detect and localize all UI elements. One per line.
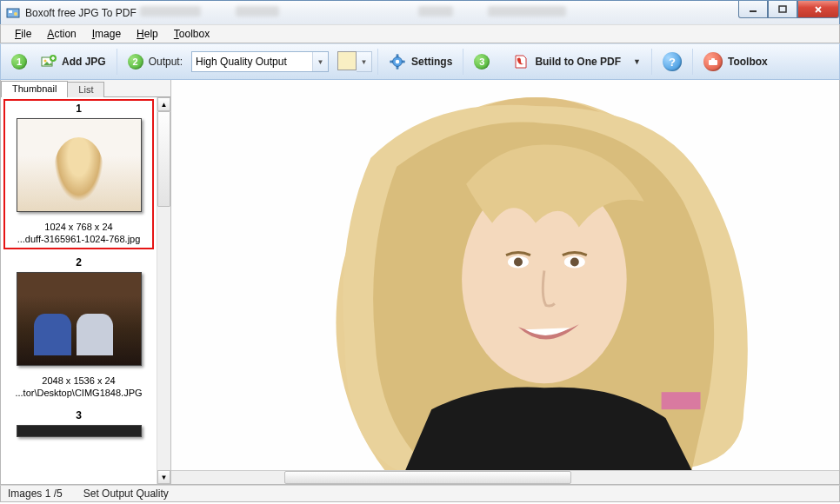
scroll-up-button[interactable]: ▲ <box>157 97 170 111</box>
preview-pane <box>171 80 839 484</box>
app-icon <box>6 6 20 20</box>
maximize-button[interactable] <box>768 1 797 18</box>
output-quality-combo[interactable]: High Quality Output ▼ <box>191 51 329 72</box>
thumb-number: 3 <box>7 409 150 421</box>
thumb-number: 2 <box>7 256 150 269</box>
svg-rect-3 <box>750 10 757 12</box>
chevron-down-icon: ▼ <box>633 57 641 66</box>
main-area: Thumbnail List 1 1024 x 768 x 24 ...duff… <box>0 80 840 485</box>
svg-rect-13 <box>402 61 404 63</box>
menu-help[interactable]: Help <box>130 26 165 42</box>
horizontal-scrollbar[interactable] <box>171 470 839 484</box>
add-jpg-label: Add JPG <box>62 56 106 68</box>
thumb-filename: ...duff-3165961-1024-768.jpg <box>7 233 150 245</box>
step3-badge: 3 <box>474 54 490 70</box>
status-message: Set Output Quality <box>83 487 169 500</box>
step2-group: 2 Output: <box>123 52 188 71</box>
menu-action[interactable]: Action <box>40 26 83 42</box>
pdf-icon <box>512 53 530 70</box>
svg-point-6 <box>44 60 47 63</box>
toolbox-icon <box>703 52 723 71</box>
svg-point-21 <box>514 258 523 267</box>
build-pdf-label: Build to One PDF <box>535 56 621 68</box>
svg-rect-11 <box>397 66 398 69</box>
panel-tabs: Thumbnail List <box>1 80 170 97</box>
chevron-down-icon: ▼ <box>312 52 328 71</box>
scroll-down-button[interactable]: ▼ <box>157 470 170 484</box>
menu-image[interactable]: Image <box>85 26 128 42</box>
thumb-dimensions: 1024 x 768 x 24 <box>7 221 150 233</box>
statusbar: Images 1 /5 Set Output Quality <box>0 485 840 502</box>
thumb-dimensions: 2048 x 1536 x 24 <box>7 375 150 387</box>
menu-file[interactable]: File <box>8 26 38 42</box>
minimize-button[interactable] <box>738 1 768 18</box>
build-pdf-button[interactable]: Build to One PDF ▼ <box>507 51 646 72</box>
output-label: Output: <box>149 56 183 68</box>
svg-rect-12 <box>390 61 393 63</box>
color-dropdown[interactable]: ▼ <box>357 51 372 72</box>
close-button[interactable] <box>797 1 839 18</box>
background-color-swatch[interactable] <box>337 51 357 70</box>
step2-badge: 2 <box>128 54 143 70</box>
thumb-image <box>17 425 142 437</box>
status-image-counter: Images 1 /5 <box>8 487 63 500</box>
thumb-image <box>17 272 142 366</box>
gear-icon <box>389 53 406 70</box>
window-title: Boxoft free JPG To PDF <box>25 7 137 19</box>
thumb-image <box>17 118 142 212</box>
menu-toolbox[interactable]: Toolbox <box>167 26 217 42</box>
step1-group: 1 <box>6 52 32 71</box>
thumb-number: 1 <box>7 103 150 115</box>
step3-group: 3 <box>469 52 495 71</box>
thumb-filename: ...tor\Desktop\CIMG1848.JPG <box>7 387 150 399</box>
menubar: File Action Image Help Toolbox <box>0 24 840 43</box>
toolbox-label: Toolbox <box>728 56 768 68</box>
tab-list[interactable]: List <box>67 82 104 97</box>
vertical-scrollbar[interactable]: ▲ ▼ <box>157 97 170 484</box>
toolbox-button[interactable]: Toolbox <box>698 50 773 73</box>
svg-rect-10 <box>397 55 398 57</box>
scrollbar-thumb[interactable] <box>284 471 571 484</box>
help-icon: ? <box>663 52 682 71</box>
preview-image <box>171 80 839 470</box>
svg-rect-1 <box>9 10 12 13</box>
svg-rect-4 <box>779 6 786 12</box>
titlebar: Boxoft free JPG To PDF <box>0 0 840 24</box>
thumbnail-list: 1 1024 x 768 x 24 ...duff-3165961-1024-7… <box>1 97 157 484</box>
scrollbar-thumb[interactable] <box>157 111 170 207</box>
help-button[interactable]: ? <box>657 50 687 73</box>
output-quality-value: High Quality Output <box>196 56 287 68</box>
toolbar: 1 Add JPG 2 Output: High Quality Output … <box>0 43 840 80</box>
tab-thumbnail[interactable]: Thumbnail <box>1 81 68 97</box>
svg-point-2 <box>14 12 17 16</box>
svg-point-23 <box>570 258 579 267</box>
svg-rect-15 <box>711 58 715 61</box>
left-panel: Thumbnail List 1 1024 x 768 x 24 ...duff… <box>1 80 171 484</box>
add-jpg-button[interactable]: Add JPG <box>36 52 111 71</box>
settings-label: Settings <box>411 56 452 68</box>
settings-button[interactable]: Settings <box>383 51 457 72</box>
background-blur <box>140 6 566 17</box>
window-controls <box>738 1 839 18</box>
thumbnail-item[interactable]: 3 <box>3 406 154 449</box>
svg-rect-24 <box>662 392 701 409</box>
thumbnail-item[interactable]: 2 2048 x 1536 x 24 ...tor\Desktop\CIMG18… <box>3 253 154 403</box>
svg-point-9 <box>396 60 400 64</box>
thumbnail-item[interactable]: 1 1024 x 768 x 24 ...duff-3165961-1024-7… <box>3 99 154 249</box>
add-jpg-icon <box>41 54 57 70</box>
step1-badge: 1 <box>11 54 27 70</box>
